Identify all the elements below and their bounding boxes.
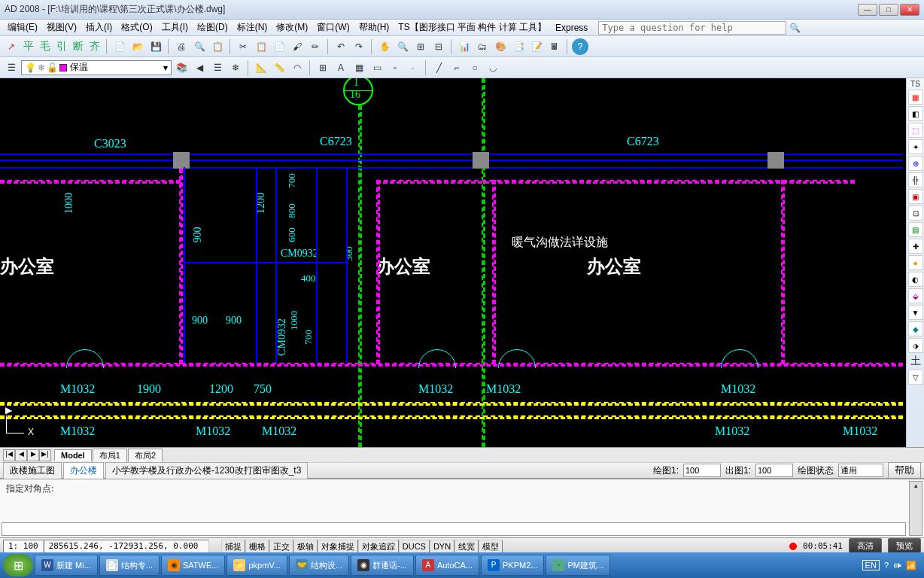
task-word[interactable]: W新建 Mi...: [35, 555, 98, 576]
command-input[interactable]: [2, 522, 906, 536]
dim-ang-icon[interactable]: 📏: [271, 59, 287, 76]
copy-icon[interactable]: 📋: [253, 38, 269, 55]
hatch-icon[interactable]: ▦: [351, 59, 367, 76]
out-scale-input[interactable]: [755, 464, 793, 477]
task-struct[interactable]: 🤝结构设...: [289, 555, 349, 576]
mtext-icon[interactable]: A: [333, 59, 349, 76]
help-button[interactable]: 帮助: [888, 462, 921, 479]
pal-btn-1[interactable]: ▦: [908, 90, 923, 105]
region-icon[interactable]: ▭: [369, 59, 385, 76]
tray-volume-icon[interactable]: 📶: [906, 561, 916, 570]
search-icon[interactable]: 🔍: [786, 20, 803, 36]
command-scrollbar[interactable]: ▴: [909, 481, 922, 536]
tool-yin[interactable]: 引: [54, 40, 69, 53]
snap-grid[interactable]: 栅格: [245, 540, 269, 553]
tray-chevron-icon[interactable]: ?: [884, 561, 889, 570]
menu-ts[interactable]: TS【图形接口 平面 构件 计算 工具】: [394, 20, 551, 35]
tab-next-icon[interactable]: ▶: [27, 449, 39, 461]
pal-btn-17[interactable]: ▽: [908, 370, 923, 385]
doc-tab-2[interactable]: 办公楼: [63, 462, 104, 479]
maximize-button[interactable]: □: [879, 4, 898, 16]
task-pm[interactable]: ▫PM建筑...: [546, 555, 610, 576]
tab-layout2[interactable]: 布局2: [128, 449, 163, 462]
pal-btn-3[interactable]: ⬚: [908, 123, 923, 138]
doc-tab-1[interactable]: 政楼施工图: [3, 462, 62, 479]
sheet-set-icon[interactable]: 📑: [510, 38, 527, 55]
layer-state-icon[interactable]: 📚: [173, 59, 190, 76]
block-icon[interactable]: ▫: [387, 59, 403, 76]
undo-icon[interactable]: ↶: [333, 38, 349, 55]
cut-icon[interactable]: ✂: [235, 38, 251, 55]
print-icon[interactable]: 🖨: [173, 38, 190, 55]
pal-btn-10[interactable]: ✚: [908, 239, 923, 254]
tab-model[interactable]: Model: [54, 449, 92, 461]
open-icon[interactable]: 📂: [129, 38, 146, 55]
help-icon[interactable]: ?: [572, 38, 588, 55]
dim-rad-icon[interactable]: ◠: [289, 59, 305, 76]
pal-btn-5[interactable]: ⊕: [908, 156, 923, 171]
dim-linear-icon[interactable]: 📐: [253, 59, 269, 76]
menu-view[interactable]: 视图(V): [42, 20, 81, 35]
snap-lwt[interactable]: 线宽: [454, 540, 479, 553]
tool-duan[interactable]: 断: [71, 40, 86, 53]
menu-draw[interactable]: 绘图(D): [193, 20, 233, 35]
layer-iso-icon[interactable]: ☰: [209, 59, 226, 76]
pal-btn-14[interactable]: ▼: [908, 305, 923, 320]
pal-btn-13[interactable]: ⬙: [908, 288, 923, 303]
zoom-prev-icon[interactable]: ⊟: [430, 38, 447, 55]
task-satwe[interactable]: ◉SATWE...: [161, 555, 225, 576]
new-icon[interactable]: 📄: [111, 38, 128, 55]
tab-layout1[interactable]: 布局1: [93, 449, 127, 462]
circle-icon[interactable]: ○: [467, 59, 483, 76]
pal-btn-12[interactable]: ◐: [908, 272, 923, 287]
menu-edit[interactable]: 编辑(E): [3, 20, 42, 35]
arc-icon[interactable]: ◡: [485, 59, 501, 76]
menu-express[interactable]: Express: [551, 21, 592, 35]
pal-btn-2[interactable]: ◧: [908, 106, 923, 121]
tool-ping[interactable]: 平: [21, 40, 36, 53]
task-pdf[interactable]: 📄结构专...: [99, 555, 160, 576]
layer-freeze-icon[interactable]: ❄: [227, 59, 244, 76]
layer-prop-icon[interactable]: ☰: [3, 59, 20, 76]
pal-btn-8[interactable]: ⊡: [908, 205, 923, 221]
menu-tools[interactable]: 工具(I): [157, 20, 193, 35]
pal-btn-7[interactable]: ▣: [908, 189, 923, 204]
preview-icon[interactable]: 🔍: [191, 38, 208, 55]
draw-scale-input[interactable]: [683, 464, 721, 477]
task-folder[interactable]: 📁pkpmV...: [226, 555, 287, 576]
layer-prev-icon[interactable]: ◀: [191, 59, 208, 76]
tab-last-icon[interactable]: ▶|: [39, 449, 51, 461]
menu-dimension[interactable]: 标注(N): [233, 20, 272, 35]
system-tray[interactable]: EN ? 🕪 📶: [858, 560, 921, 570]
design-center-icon[interactable]: 🗂: [474, 38, 491, 55]
preview-button[interactable]: 预览: [888, 538, 921, 554]
drawing-canvas[interactable]: 1 16 C3023 C6723 C6723 办公室 办公室 办公室 暖气沟做法…: [0, 78, 906, 447]
start-button[interactable]: ⊞: [3, 554, 33, 576]
help-search-input[interactable]: [598, 21, 786, 35]
menu-format[interactable]: 格式(O): [117, 20, 157, 35]
paste-icon[interactable]: 📄: [271, 38, 287, 55]
snap-model[interactable]: 模型: [479, 540, 503, 553]
eraser-icon[interactable]: ✏: [307, 38, 324, 55]
tab-first-icon[interactable]: |◀: [3, 449, 15, 461]
calc-icon[interactable]: 🖩: [546, 38, 563, 55]
menu-window[interactable]: 窗口(W): [312, 20, 354, 35]
menu-insert[interactable]: 插入(I): [81, 20, 117, 35]
properties-icon[interactable]: 📊: [456, 38, 473, 55]
tray-network-icon[interactable]: 🕪: [893, 561, 901, 570]
redo-icon[interactable]: ↷: [351, 38, 367, 55]
snap-snap[interactable]: 捕捉: [221, 540, 245, 553]
snap-ortho[interactable]: 正交: [269, 540, 293, 553]
snap-dyn[interactable]: DYN: [430, 540, 454, 553]
snap-otrack[interactable]: 对象追踪: [358, 540, 399, 553]
layer-dropdown[interactable]: 💡 ❄ 🔓 保温 ▾: [21, 60, 172, 75]
minimize-button[interactable]: —: [858, 4, 877, 16]
doc-tab-3[interactable]: 小学教学楼及行政办公楼-1230改打图审图改_t3: [105, 462, 308, 479]
draw-state-input[interactable]: [838, 464, 883, 477]
table-icon[interactable]: ⊞: [315, 59, 331, 76]
snap-ducs[interactable]: DUCS: [399, 540, 430, 553]
task-autocad[interactable]: AAutoCA...: [415, 555, 479, 576]
snap-osnap[interactable]: 对象捕捉: [318, 540, 358, 553]
tab-prev-icon[interactable]: ◀: [15, 449, 27, 461]
pline-icon[interactable]: ⌐: [448, 59, 465, 76]
